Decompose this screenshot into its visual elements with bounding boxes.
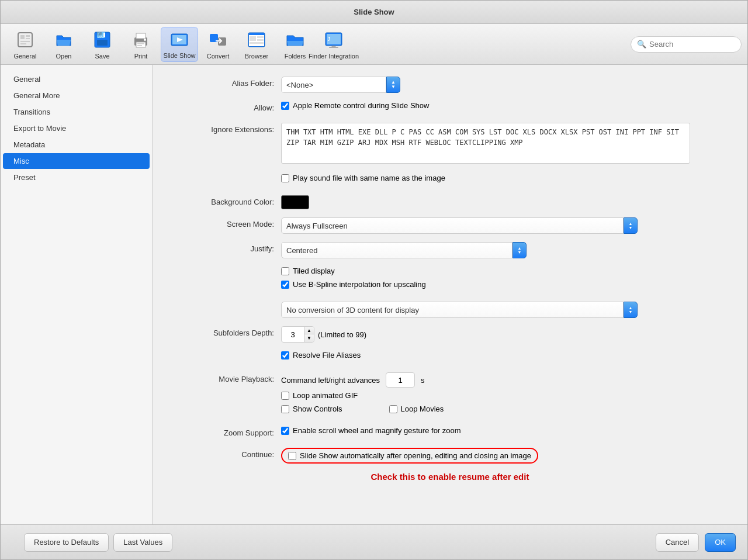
svg-rect-16 <box>137 43 144 44</box>
screen-mode-select[interactable]: Always Fullscreen Fullscreen Windowed <box>281 217 624 234</box>
search-box[interactable]: 🔍 <box>631 36 742 53</box>
slideshow-icon <box>168 29 191 50</box>
threed-btn[interactable]: ▲ ▼ <box>624 302 638 318</box>
subfolders-spinner-wrapper: ▲ ▼ (Limited to 99) <box>281 326 730 343</box>
toolbar-item-finder[interactable]: ⤴ Finder Integration <box>315 27 352 62</box>
tiled-bspline-control: Tiled display Use B-Spline interpolation… <box>281 267 730 293</box>
resolve-aliases-checkbox[interactable] <box>281 351 289 359</box>
svg-rect-33 <box>329 47 338 48</box>
tiled-display-checkbox[interactable] <box>281 267 289 275</box>
subfolders-spinner: ▲ ▼ <box>281 326 314 343</box>
toolbar-item-save[interactable]: JPG TIFF PNG Save <box>84 27 121 62</box>
svg-rect-17 <box>137 45 142 46</box>
play-sound-label-text: Play sound file with same name as the im… <box>293 174 445 182</box>
continue-checkbox[interactable] <box>288 452 296 460</box>
ok-button[interactable]: OK <box>705 533 736 552</box>
justify-btn[interactable]: ▲ ▼ <box>512 242 527 258</box>
subfolders-row: Subfolders Depth: ▲ ▼ (Limited to 99) <box>170 326 730 343</box>
continue-checkbox-row: Slide Show automatically after opening, … <box>288 451 531 460</box>
toolbar-browser-label: Browser <box>245 53 268 60</box>
bg-color-label: Background Color: <box>170 195 281 206</box>
continue-control: Slide Show automatically after opening, … <box>281 448 730 464</box>
svg-rect-2 <box>26 35 30 37</box>
window-title: Slide Show <box>354 8 394 16</box>
svg-point-18 <box>144 39 146 41</box>
screen-mode-label: Screen Mode: <box>170 217 281 229</box>
toolbar-folders-label: Folders <box>285 53 306 60</box>
alias-folder-label: Alias Folder: <box>170 77 281 88</box>
continue-label-text: Slide Show automatically after opening, … <box>300 451 531 460</box>
search-input[interactable] <box>649 40 735 49</box>
bg-color-swatch[interactable] <box>281 195 309 209</box>
sidebar-item-export-to-movie[interactable]: Export to Movie <box>3 120 150 136</box>
sidebar-item-metadata[interactable]: Metadata <box>3 137 150 153</box>
movie-playback-content: Command left/right advances s Loop anima… <box>281 372 730 418</box>
play-sound-checkbox-row: Play sound file with same name as the im… <box>281 174 730 182</box>
restore-defaults-button[interactable]: Restore to Defaults <box>24 533 109 552</box>
movie-playback-row1: Command left/right advances s <box>281 372 730 388</box>
play-sound-checkbox[interactable] <box>281 174 289 182</box>
svg-rect-0 <box>18 33 32 47</box>
bg-color-control <box>281 195 730 209</box>
loop-gif-label: Loop animated GIF <box>293 391 358 400</box>
main-panel: Alias Folder: ▲ ▼ Allow: <box>153 65 747 524</box>
toolbar-open-label: Open <box>56 53 72 60</box>
general-icon <box>14 29 36 51</box>
sidebar-item-transitions[interactable]: Transitions <box>3 104 150 120</box>
zoom-support-checkbox[interactable] <box>281 427 289 435</box>
svg-rect-26 <box>249 33 264 35</box>
sidebar-item-general[interactable]: General <box>3 71 150 87</box>
ignore-ext-textarea[interactable]: THM TXT HTM HTML EXE DLL P C PAS CC ASM … <box>281 123 690 164</box>
allow-apple-remote-checkbox[interactable] <box>281 102 289 110</box>
toolbar-item-slideshow[interactable]: Slide Show <box>161 27 198 62</box>
justify-control: Centered Left Right ▲ ▼ <box>281 242 730 258</box>
hint-text: Check this to enable resume after edit <box>170 472 730 482</box>
subfolders-decrement-btn[interactable]: ▼ <box>304 334 314 342</box>
toolbar-item-print[interactable]: Print <box>122 27 160 62</box>
movie-playback-seconds-input[interactable] <box>386 372 415 388</box>
alias-folder-btn[interactable]: ▲ ▼ <box>386 77 400 93</box>
sidebar-item-preset[interactable]: Preset <box>3 170 150 185</box>
cancel-button[interactable]: Cancel <box>656 533 699 552</box>
alias-folder-input[interactable] <box>281 77 386 93</box>
threed-select[interactable]: No conversion of 3D content for display … <box>281 302 624 318</box>
subfolders-increment-btn[interactable]: ▲ <box>304 327 314 334</box>
loop-gif-checkbox[interactable] <box>281 392 289 400</box>
alias-folder-control: ▲ ▼ <box>281 77 730 93</box>
movie-playback-label: Movie Playback: <box>170 372 281 383</box>
screen-mode-wrapper: Always Fullscreen Fullscreen Windowed ▲ … <box>281 217 638 234</box>
play-sound-control: Play sound file with same name as the im… <box>281 174 730 187</box>
last-values-button[interactable]: Last Values <box>113 533 172 552</box>
svg-rect-3 <box>26 38 30 39</box>
sidebar-item-general-more[interactable]: General More <box>3 88 150 103</box>
loop-movies-checkbox[interactable] <box>389 405 397 413</box>
title-bar: Slide Show <box>1 1 747 24</box>
justify-select[interactable]: Centered Left Right <box>281 242 512 258</box>
tiled-bspline-row: Tiled display Use B-Spline interpolation… <box>170 267 730 293</box>
zoom-support-label-text: Enable scroll wheel and magnify gesture … <box>293 426 461 435</box>
subfolders-control: ▲ ▼ (Limited to 99) <box>281 326 730 343</box>
main-window: Slide Show General <box>0 0 748 560</box>
toolbar-item-convert[interactable]: Convert <box>199 27 237 62</box>
subfolders-spinner-btns: ▲ ▼ <box>304 327 314 342</box>
bspline-checkbox[interactable] <box>281 281 289 289</box>
show-controls-checkbox[interactable] <box>281 405 289 413</box>
justify-wrapper: Centered Left Right ▲ ▼ <box>281 242 527 258</box>
toolbar-slideshow-label: Slide Show <box>163 52 195 59</box>
sidebar-item-misc[interactable]: Misc <box>3 153 150 169</box>
allow-row: Allow: Apple Remote control during Slide… <box>170 101 730 115</box>
loop-movies-row: Loop Movies <box>389 405 444 413</box>
toolbar-item-browser[interactable]: Browser <box>238 27 275 62</box>
toolbar-item-open[interactable]: Open <box>45 27 82 62</box>
justify-row: Justify: Centered Left Right ▲ ▼ <box>170 242 730 258</box>
allow-checkbox-row: Apple Remote control during Slide Show <box>281 101 730 110</box>
screen-mode-btn[interactable]: ▲ ▼ <box>624 217 638 234</box>
zoom-support-checkbox-row: Enable scroll wheel and magnify gesture … <box>281 426 730 435</box>
alias-folder-chevron-icon: ▲ ▼ <box>391 80 396 89</box>
subfolders-input[interactable] <box>282 327 304 342</box>
zoom-support-control: Enable scroll wheel and magnify gesture … <box>281 426 730 440</box>
toolbar-item-general[interactable]: General <box>6 27 44 62</box>
toolbar-save-label: Save <box>95 53 109 60</box>
svg-rect-14 <box>136 33 146 39</box>
play-sound-label <box>170 174 281 176</box>
